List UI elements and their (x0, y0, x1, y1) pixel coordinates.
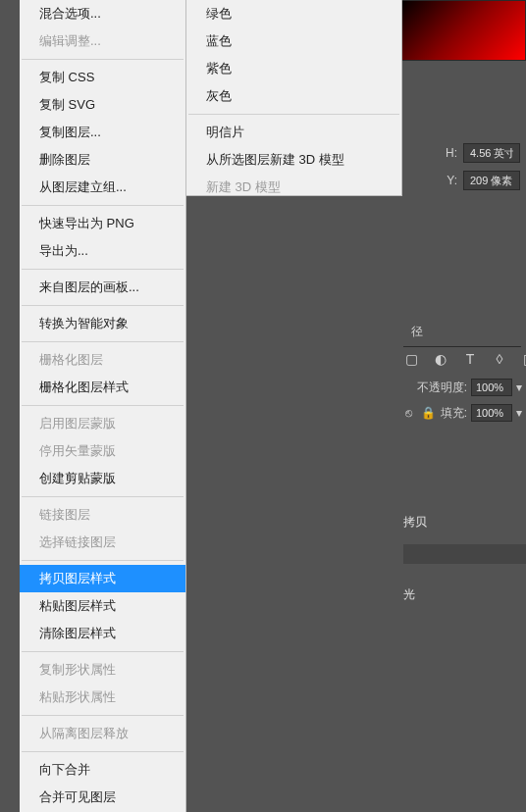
menu-export-as[interactable]: 导出为... (20, 237, 185, 265)
menu-separator (22, 751, 184, 752)
menu-link-layers: 链接图层 (20, 501, 185, 529)
menu-copy-svg[interactable]: 复制 SVG (20, 91, 185, 119)
menu-separator (22, 405, 184, 406)
menu-gray[interactable]: 灰色 (186, 82, 401, 110)
text-icon[interactable]: T (462, 351, 478, 367)
menu-new-3d-model: 新建 3D 模型 (186, 174, 401, 201)
menu-paste-shape-attrs: 粘贴形状属性 (20, 684, 185, 711)
menu-copy-shape-attrs: 复制形状属性 (20, 656, 185, 684)
menu-separator (22, 341, 184, 342)
menu-separator (22, 269, 184, 270)
menu-rasterize-layer: 栅格化图层 (20, 346, 185, 374)
height-input[interactable] (463, 143, 520, 163)
fill-row: ⎋ 🔒 填充: ▾ (401, 404, 522, 422)
menu-separator (22, 305, 184, 306)
menu-edit-adjustment: 编辑调整... (20, 27, 185, 55)
paths-tab[interactable]: 径 (403, 318, 521, 347)
shape-icon[interactable]: ◊ (492, 351, 507, 367)
chevron-down-icon[interactable]: ▾ (516, 406, 522, 420)
y-input[interactable] (463, 171, 520, 190)
menu-separator (22, 496, 184, 497)
gradient-preview (398, 0, 526, 61)
menu-merge-down[interactable]: 向下合并 (20, 756, 185, 784)
context-menu-overflow: 绿色 蓝色 紫色 灰色 明信片 从所选图层新建 3D 模型 新建 3D 模型 (186, 0, 402, 196)
menu-blending-options[interactable]: 混合选项... (20, 0, 185, 27)
chevron-down-icon[interactable]: ▾ (516, 381, 522, 394)
y-field-row: Y: (447, 171, 520, 190)
fill-input[interactable] (471, 404, 512, 422)
menu-duplicate-layer[interactable]: 复制图层... (20, 119, 185, 146)
menu-convert-smart-object[interactable]: 转换为智能对象 (20, 310, 185, 337)
menu-create-clipping-mask[interactable]: 创建剪贴蒙版 (20, 465, 185, 492)
menu-delete-layer[interactable]: 删除图层 (20, 146, 185, 174)
fill-label: 填充: (441, 405, 467, 422)
menu-rasterize-layer-style[interactable]: 栅格化图层样式 (20, 374, 185, 401)
menu-blue[interactable]: 蓝色 (186, 27, 401, 55)
opacity-label: 不透明度: (417, 380, 467, 396)
height-label: H: (446, 146, 457, 160)
menu-postcard[interactable]: 明信片 (186, 119, 401, 146)
layer-copy-label[interactable]: 拷贝 (403, 514, 427, 531)
height-field-row: H: (446, 143, 520, 163)
layers-toolbar: ▢ ◐ T ◊ ▣ (403, 351, 526, 367)
menu-green[interactable]: 绿色 (186, 0, 401, 27)
menu-disable-vector-mask: 停用矢量蒙版 (20, 437, 185, 465)
opacity-input[interactable] (471, 379, 512, 396)
menu-select-linked-layers: 选择链接图层 (20, 529, 185, 556)
menu-purple[interactable]: 紫色 (186, 55, 401, 82)
menu-separator (22, 715, 184, 716)
menu-separator (22, 560, 184, 561)
menu-group-from-layers[interactable]: 从图层建立组... (20, 174, 185, 201)
menu-release-isolation: 从隔离图层释放 (20, 720, 185, 747)
lock-icon[interactable]: 🔒 (421, 405, 437, 421)
menu-separator (22, 59, 184, 60)
link-icon[interactable]: ⎋ (401, 405, 417, 421)
layer-glow-label[interactable]: 光 (403, 586, 415, 603)
menu-merge-visible[interactable]: 合并可见图层 (20, 784, 185, 811)
adjustment-icon[interactable]: ◐ (433, 351, 448, 367)
menu-separator (22, 651, 184, 652)
menu-copy-layer-style[interactable]: 拷贝图层样式 (20, 565, 185, 592)
menu-separator (22, 205, 184, 206)
menu-artboard-from-layers[interactable]: 来自图层的画板... (20, 274, 185, 301)
menu-paste-layer-style[interactable]: 粘贴图层样式 (20, 592, 185, 620)
smartobj-icon[interactable]: ▣ (521, 351, 526, 367)
menu-separator (188, 114, 399, 115)
context-menu-main: 混合选项... 编辑调整... 复制 CSS 复制 SVG 复制图层... 删除… (20, 0, 186, 812)
menu-new-3d-from-selected[interactable]: 从所选图层新建 3D 模型 (186, 146, 401, 174)
y-label: Y: (447, 174, 457, 187)
menu-clear-layer-style[interactable]: 清除图层样式 (20, 620, 185, 647)
layer-row[interactable] (403, 544, 526, 564)
image-icon[interactable]: ▢ (403, 351, 419, 367)
menu-quick-export-png[interactable]: 快速导出为 PNG (20, 210, 185, 237)
menu-copy-css[interactable]: 复制 CSS (20, 64, 185, 91)
opacity-row: 不透明度: ▾ (417, 379, 522, 396)
menu-enable-layer-mask: 启用图层蒙版 (20, 410, 185, 437)
